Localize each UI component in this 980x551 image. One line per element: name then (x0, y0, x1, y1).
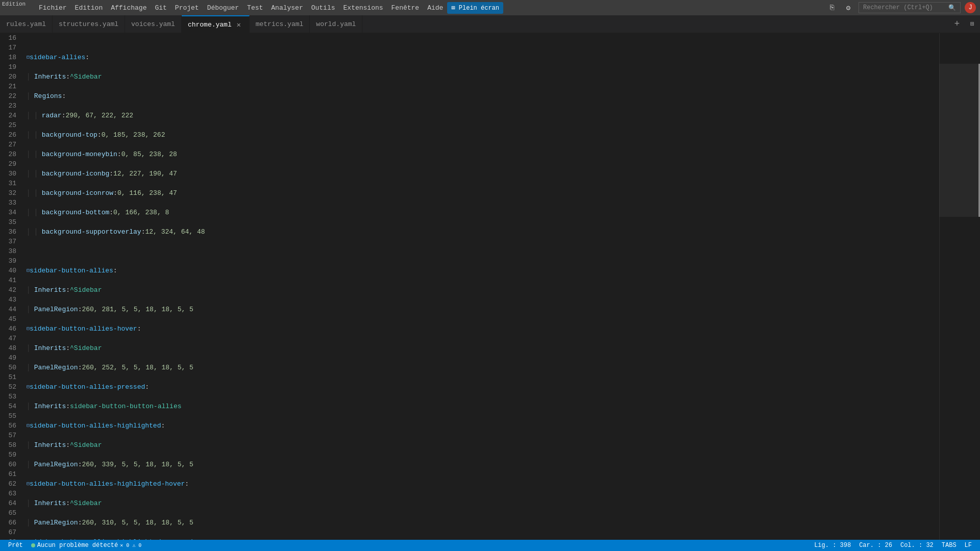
code-content[interactable]: ⊟sidebar-allies: │Inherits: ^Sidebar │Re… (24, 33, 939, 540)
menu-deboguer[interactable]: Déboguer (203, 2, 243, 14)
line-num: 27 (4, 140, 16, 149)
line-num: 50 (4, 363, 16, 372)
line-num: 66 (4, 518, 16, 528)
status-col2[interactable]: Col. : 32 (896, 542, 938, 549)
share-icon[interactable]: ⎘ (826, 2, 838, 14)
status-ready[interactable]: Prêt (4, 540, 27, 551)
line-num: 18 (4, 53, 16, 62)
tab-structures[interactable]: structures.yaml (53, 15, 125, 33)
code-line: │Inherits: ^Sidebar (27, 440, 937, 450)
line-num: 39 (4, 256, 16, 266)
line-num: 57 (4, 431, 16, 440)
line-num: 31 (4, 179, 16, 188)
line-num: 67 (4, 528, 16, 537)
line-num: 41 (4, 276, 16, 285)
line-num: 24 (4, 111, 16, 120)
line-num: 49 (4, 353, 16, 363)
status-right: Lig. : 398 Car. : 26 Col. : 32 TABS LF (810, 542, 976, 549)
tab-voices-label: voices.yaml (131, 20, 175, 28)
code-line: ││background-bottom: 0, 166, 238, 8 (27, 208, 937, 217)
line-num: 42 (4, 285, 16, 295)
line-num: 46 (4, 324, 16, 334)
code-line: ⊟sidebar-button-allies-hover: (27, 324, 937, 334)
line-num: 30 (4, 169, 16, 179)
code-line: │PanelRegion: 260, 281, 5, 5, 18, 18, 5,… (27, 305, 937, 314)
line-num: 22 (4, 91, 16, 101)
menu-fenetre[interactable]: Fenêtre (387, 2, 424, 14)
menu-affichage[interactable]: Affichage (107, 2, 151, 14)
line-num: 43 (4, 295, 16, 305)
menu-test[interactable]: Test (243, 2, 267, 14)
code-line (27, 246, 937, 256)
tab-voices[interactable]: voices.yaml (125, 15, 182, 33)
search-icon[interactable]: 🔍 (948, 4, 956, 12)
code-container[interactable]: 16 17 18 19 20 21 22 23 24 25 26 27 28 2… (0, 33, 939, 540)
tab-rules-label: rules.yaml (6, 20, 46, 28)
tab-split-button[interactable]: ⊞ (965, 15, 980, 33)
tab-chrome[interactable]: chrome.yaml ✕ (182, 15, 250, 33)
line-num: 32 (4, 188, 16, 198)
code-line: │PanelRegion: 260, 339, 5, 5, 18, 18, 5,… (27, 460, 937, 469)
line-num: 64 (4, 498, 16, 508)
line-num: 44 (4, 305, 16, 314)
line-num: 23 (4, 101, 16, 111)
status-dot (31, 543, 35, 547)
status-ready-label: Prêt (8, 542, 23, 549)
line-num: 25 (4, 120, 16, 130)
tab-world-label: world.yaml (316, 20, 356, 28)
code-line: ⊟sidebar-button-allies-highlighted-hover… (27, 479, 937, 489)
code-scroll[interactable]: 16 17 18 19 20 21 22 23 24 25 26 27 28 2… (0, 33, 939, 540)
line-num: 36 (4, 227, 16, 237)
status-tabs[interactable]: TABS (938, 542, 961, 549)
menu-edition[interactable]: Edition (71, 2, 107, 14)
status-no-problems-label: Aucun problème détecté (37, 542, 118, 549)
tab-structures-label: structures.yaml (59, 20, 118, 28)
code-line: ⊟sidebar-button-allies: (27, 266, 937, 276)
menu-extensions[interactable]: Extensions (339, 2, 387, 14)
code-line: ││background-moneybin: 0, 85, 238, 28 (27, 149, 937, 159)
line-num: 33 (4, 198, 16, 208)
line-num: 52 (4, 382, 16, 392)
menu-analyser[interactable]: Analyser (267, 2, 307, 14)
line-num: 17 (4, 43, 16, 53)
status-no-problems[interactable]: Aucun problème détecté ✕ 0 ⚠ 0 (27, 540, 145, 551)
line-num: 59 (4, 450, 16, 460)
code-line: │Inherits: ^Sidebar (27, 343, 937, 353)
line-num: 45 (4, 314, 16, 324)
search-box[interactable]: Rechercher (Ctrl+Q) 🔍 (859, 2, 961, 13)
status-bar: Prêt Aucun problème détecté ✕ 0 ⚠ 0 Lig.… (0, 540, 980, 551)
line-num: 54 (4, 402, 16, 411)
menu-aide[interactable]: Aide (423, 2, 447, 14)
editor-area: 16 17 18 19 20 21 22 23 24 25 26 27 28 2… (0, 33, 980, 540)
code-line: │Regions: (27, 91, 937, 101)
tab-world[interactable]: world.yaml (310, 15, 362, 33)
code-line: ⊟sidebar-allies: (27, 53, 937, 62)
status-encoding[interactable]: LF (961, 542, 976, 549)
search-placeholder: Rechercher (Ctrl+Q) (863, 4, 933, 11)
code-line: │Inherits: ^Sidebar (27, 72, 937, 82)
line-num: 38 (4, 246, 16, 256)
menu-fichier[interactable]: Fichier (35, 2, 71, 14)
tab-add-button[interactable]: + (949, 15, 965, 33)
line-num: 51 (4, 372, 16, 382)
settings-icon[interactable]: ⚙ (842, 2, 854, 14)
user-avatar[interactable]: J (965, 2, 976, 13)
line-num: 20 (4, 72, 16, 82)
menu-outils[interactable]: Outils (307, 2, 339, 14)
line-num: 28 (4, 149, 16, 159)
line-num: 34 (4, 208, 16, 217)
tab-metrics[interactable]: metrics.yaml (250, 15, 310, 33)
menu-git[interactable]: Git (151, 2, 170, 14)
menu-projet[interactable]: Projet (171, 2, 203, 14)
fullscreen-button[interactable]: ⊞ Plein écran (447, 2, 503, 14)
line-num: 65 (4, 508, 16, 518)
tab-chrome-close[interactable]: ✕ (235, 20, 243, 29)
line-num: 53 (4, 392, 16, 402)
line-num: 37 (4, 237, 16, 246)
code-line: │Inherits: sidebar-button-button-allies (27, 402, 937, 411)
status-line[interactable]: Lig. : 398 (810, 542, 855, 549)
line-num: 40 (4, 266, 16, 276)
edition-label: Edition (0, 0, 28, 8)
tab-rules[interactable]: rules.yaml (0, 15, 53, 33)
status-col[interactable]: Car. : 26 (855, 542, 896, 549)
